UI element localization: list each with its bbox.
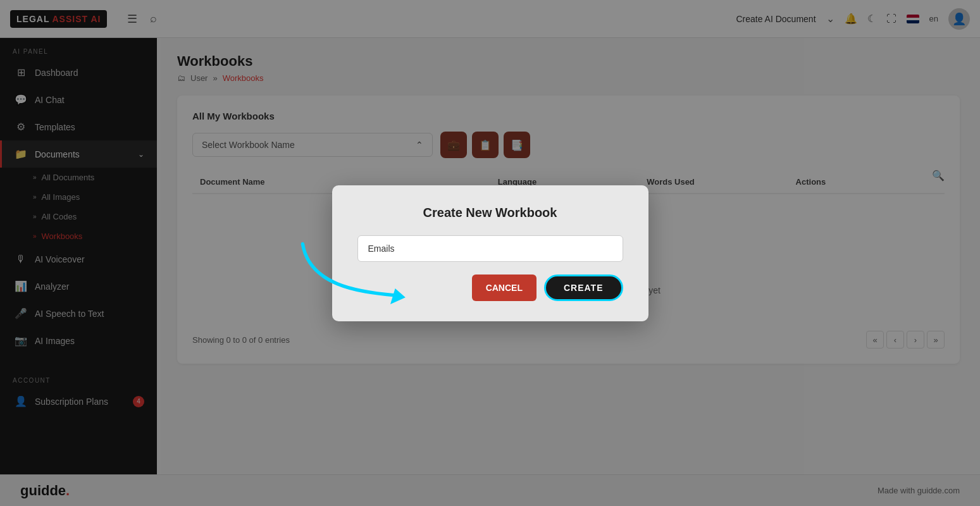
modal: Create New Workbook CANCEL CREATE xyxy=(332,185,648,321)
cancel-button[interactable]: CANCEL xyxy=(472,275,537,301)
svg-marker-0 xyxy=(390,288,406,304)
modal-overlay[interactable]: Create New Workbook CANCEL CREATE xyxy=(0,0,980,506)
modal-actions: CANCEL CREATE xyxy=(357,275,623,301)
create-button[interactable]: CREATE xyxy=(544,275,623,301)
modal-title: Create New Workbook xyxy=(357,206,623,220)
modal-input[interactable] xyxy=(357,235,623,262)
